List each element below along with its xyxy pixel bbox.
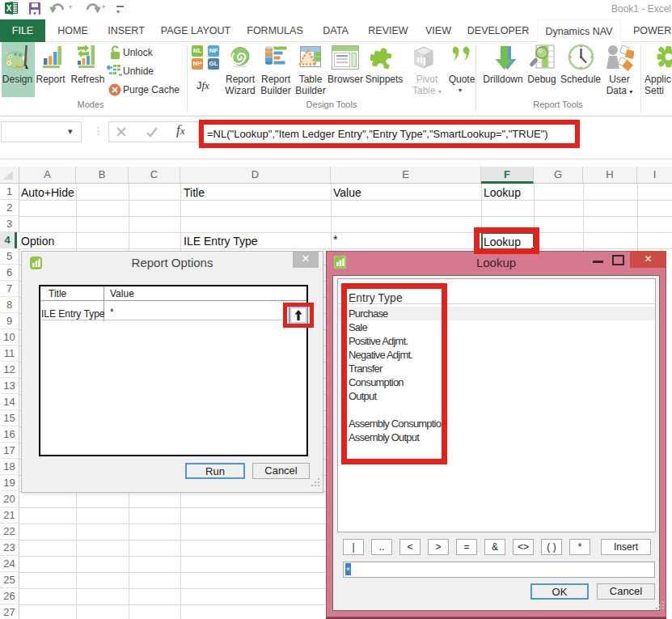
svg-text:X: X	[6, 4, 12, 13]
